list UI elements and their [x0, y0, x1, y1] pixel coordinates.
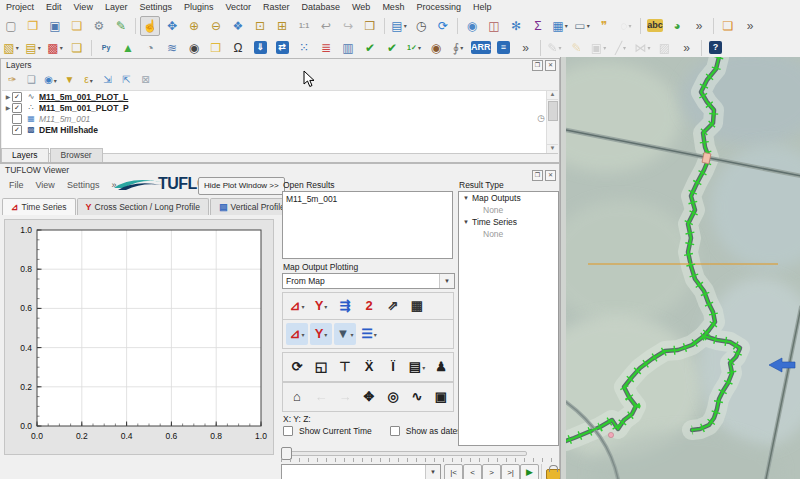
tree-twisty-icon[interactable]: ▼ [463, 219, 472, 225]
zoom-next-button[interactable]: ↪ [338, 16, 358, 36]
hide-plot-window-button[interactable]: Hide Plot Window >> [198, 177, 285, 195]
layer-checkbox[interactable] [12, 125, 22, 135]
plot-save-button[interactable]: ▣ [430, 386, 452, 408]
open-results-list[interactable]: M11_5m_001 [282, 191, 453, 259]
checkbox-show-current-time[interactable]: Show Current Time [283, 426, 372, 436]
checkbox-show-as-dates[interactable]: Show as dates [390, 426, 462, 436]
tuflow-panel-close-icon[interactable]: ✕ [545, 170, 556, 181]
check-main-button[interactable]: ✔ [382, 38, 402, 58]
menu-vector[interactable]: Vector [219, 1, 257, 13]
layer-overlap-button[interactable]: ❏ [718, 16, 738, 36]
red-green-stack-button[interactable]: ≣ [316, 38, 336, 58]
plot-options-button[interactable]: ∿ [406, 386, 428, 408]
statistical-summary-button[interactable]: Σ [528, 16, 548, 36]
open-project-button[interactable]: ❐ [23, 16, 43, 36]
collapse-all-button[interactable]: ⇱ [118, 72, 135, 89]
step-prev-button[interactable]: < [463, 464, 482, 479]
select-by-value-button[interactable]: ▤▾ [23, 38, 43, 58]
diagrams-button[interactable]: ◕ [667, 16, 687, 36]
toolbar-overflow-3-button[interactable]: » [516, 38, 536, 58]
layer-row[interactable]: ▩DEM Hillshade [2, 124, 558, 135]
arr-plugin-button[interactable]: ARR [470, 38, 492, 58]
menu-settings[interactable]: Settings [133, 1, 178, 13]
menu-processing[interactable]: Processing [410, 1, 467, 13]
menu-layer[interactable]: Layer [99, 1, 134, 13]
project-properties-button[interactable]: ⚙ [89, 16, 109, 36]
tuflow-terrain-button[interactable]: ▲ [118, 38, 138, 58]
temporal-controller-button[interactable]: ◷ [411, 16, 431, 36]
plot-pan-button[interactable]: ✥ [358, 386, 380, 408]
deselect-all-button[interactable]: ▩▾ [45, 38, 65, 58]
tuflow-menu-view[interactable]: View [31, 179, 60, 191]
zoom-out-button[interactable]: ⊖ [206, 16, 226, 36]
layer-list-scrollbar[interactable]: ▲▼ [546, 91, 558, 153]
step-first-button[interactable]: |< [444, 464, 463, 479]
step-next-button[interactable]: > [482, 464, 501, 479]
time-slider[interactable] [281, 446, 527, 458]
statistics-abacus-button[interactable]: ◫ [484, 16, 504, 36]
layer-row[interactable]: ▶∿M11_5m_001_PLOT_L [2, 91, 558, 102]
tab-layers[interactable]: Layers [1, 148, 49, 162]
plot-area[interactable]: 0.00.20.40.60.81.00.00.20.40.60.81.0 [4, 219, 274, 455]
map-canvas[interactable] [560, 57, 800, 479]
processing-toolbox-button[interactable]: ✻ [506, 16, 526, 36]
tree-twisty-icon[interactable]: ▼ [463, 195, 472, 201]
layer-row[interactable]: ▦M11_5m_001 [2, 113, 558, 124]
attribute-table-button[interactable]: ▦▾ [550, 16, 570, 36]
check-1-button[interactable]: 1✓▾ [404, 38, 424, 58]
menu-mesh[interactable]: Mesh [376, 1, 410, 13]
select-features-button[interactable]: ▧▾ [1, 38, 21, 58]
layer-name[interactable]: DEM Hillshade [39, 125, 98, 135]
dropdown-arrow-icon[interactable]: ▼ [439, 274, 454, 288]
omega-tool-button[interactable]: Ω [228, 38, 248, 58]
batch-plot-button[interactable]: ☰▾ [358, 323, 380, 345]
zoom-in-button[interactable]: ⊕ [184, 16, 204, 36]
blue-doc-button[interactable]: ≡ [494, 38, 514, 58]
dart-shield-button[interactable]: ◉ [184, 38, 204, 58]
layer-expander-icon[interactable]: ▶ [4, 104, 12, 111]
pan-to-selection-button[interactable]: ✥ [162, 16, 182, 36]
vertical-profile-from-map-button[interactable]: ▼▾ [334, 323, 356, 345]
menu-plugins[interactable]: Plugins [178, 1, 220, 13]
zoom-to-selection-button[interactable]: ⊡ [250, 16, 270, 36]
help-button[interactable]: ? [706, 38, 726, 58]
open-results-item[interactable]: M11_5m_001 [283, 192, 452, 206]
yellow-cube-button[interactable]: ❒ [206, 38, 226, 58]
tuflow-menu-settings[interactable]: Settings [62, 179, 105, 191]
blue-image-button[interactable]: ▥ [338, 38, 358, 58]
axis-labels-button[interactable]: ⊤ [334, 356, 356, 378]
refresh-plot-button[interactable]: ⟳ [286, 356, 308, 378]
grid-plot-button[interactable]: ▦ [406, 295, 428, 317]
zoom-last-button[interactable]: ↩ [316, 16, 336, 36]
tuflow-menu-file[interactable]: File [4, 179, 29, 191]
refresh-map-button[interactable]: ⟳ [433, 16, 453, 36]
layer-name[interactable]: M11_5m_001_PLOT_L [39, 92, 128, 102]
identify-features-button[interactable]: ◉ [462, 16, 482, 36]
toolbar-overflow-2-button[interactable]: » [740, 16, 760, 36]
menu-raster[interactable]: Raster [257, 1, 296, 13]
layer-expander-icon[interactable]: ▶ [4, 93, 12, 100]
flux-secondary-axis-button[interactable]: 2 [358, 295, 380, 317]
add-group-button[interactable]: ❑ [23, 72, 40, 89]
crosssection-plot-mode-button[interactable]: Y▾ [310, 295, 332, 317]
measure-button[interactable]: ▭▾ [572, 16, 592, 36]
filter-by-expression-button[interactable]: ε▾ [80, 72, 97, 89]
timeseries-from-map-button[interactable]: ⊿▾ [286, 323, 308, 345]
curtain-plot-button[interactable]: ⇗ [382, 295, 404, 317]
y-axis-limits-button[interactable]: Ï [382, 356, 404, 378]
menu-view[interactable]: View [68, 1, 99, 13]
x-axis-limits-button[interactable]: Ẍ [358, 356, 380, 378]
paperclip-button[interactable]: ∮▾ [448, 38, 468, 58]
bookmarks-button[interactable]: ▤▾ [389, 16, 409, 36]
menu-project[interactable]: Project [0, 1, 40, 13]
new-map-view-button[interactable]: ❒ [360, 16, 380, 36]
plot-home-button[interactable]: ⌂ [286, 386, 308, 408]
lock-icon[interactable] [546, 469, 561, 479]
tree-node-map-outputs[interactable]: ▼Map Outputs [459, 192, 558, 204]
checkbox-box[interactable] [390, 426, 400, 436]
menu-web[interactable]: Web [346, 1, 376, 13]
mesh-layer-tool-button[interactable]: ≋ [162, 38, 182, 58]
tab-browser[interactable]: Browser [50, 148, 103, 162]
top-points-button[interactable]: ⁙ [294, 38, 314, 58]
check-q-button[interactable]: ✔ [360, 38, 380, 58]
